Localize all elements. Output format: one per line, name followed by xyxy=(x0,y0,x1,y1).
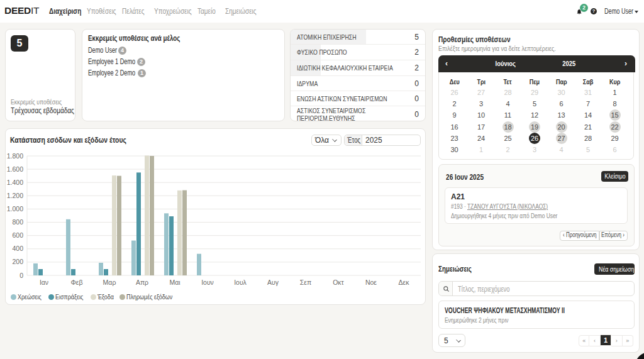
svg-text:Ιαν: Ιαν xyxy=(40,279,48,286)
svg-text:1.400: 1.400 xyxy=(7,179,23,186)
svg-text:Ιουν: Ιουν xyxy=(201,279,214,286)
svg-text:Δεκ: Δεκ xyxy=(399,279,410,286)
svg-text:800: 800 xyxy=(12,218,23,226)
svg-text:Αυγ: Αυγ xyxy=(267,279,279,286)
svg-text:Ιουλ: Ιουλ xyxy=(234,279,247,286)
svg-text:400: 400 xyxy=(12,245,23,252)
svg-text:Νοε: Νοε xyxy=(365,279,377,286)
svg-text:Σεπ: Σεπ xyxy=(300,279,311,286)
svg-text:1.200: 1.200 xyxy=(7,192,23,199)
svg-text:Οκτ: Οκτ xyxy=(333,279,344,286)
svg-text:Μαι: Μαι xyxy=(169,279,180,286)
svg-text:1.800: 1.800 xyxy=(7,152,23,160)
svg-text:600: 600 xyxy=(12,231,23,239)
svg-text:200: 200 xyxy=(12,258,23,265)
svg-text:1.600: 1.600 xyxy=(7,165,23,173)
svg-text:Μαρ: Μαρ xyxy=(103,279,116,286)
svg-text:1.000: 1.000 xyxy=(7,205,23,213)
svg-text:Φεβ: Φεβ xyxy=(70,279,82,286)
svg-text:0: 0 xyxy=(19,272,23,279)
svg-text:Απρ: Απρ xyxy=(136,279,148,286)
